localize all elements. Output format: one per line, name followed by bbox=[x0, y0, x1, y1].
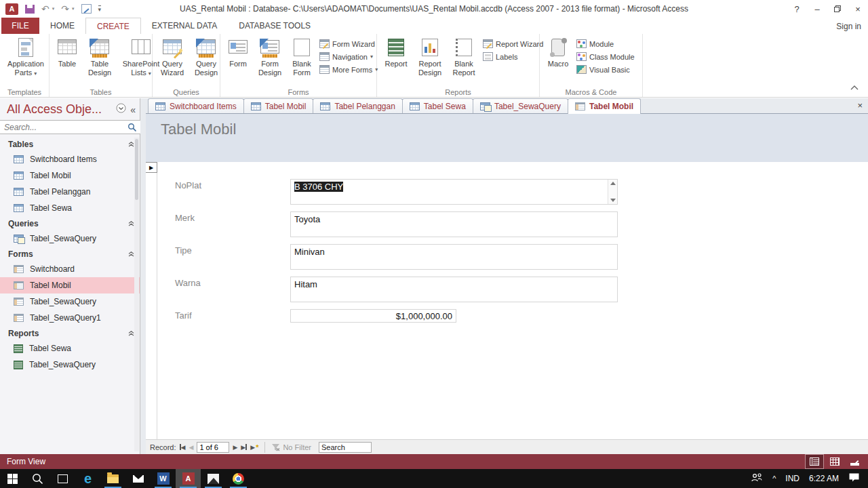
tab-create[interactable]: CREATE bbox=[85, 18, 141, 34]
module-button[interactable]: Module bbox=[576, 39, 635, 48]
nav-pane-scrollbar[interactable] bbox=[134, 138, 139, 451]
clock[interactable]: 6:22 AM bbox=[809, 474, 839, 483]
report-wizard-button[interactable]: Report Wizard bbox=[483, 39, 543, 48]
doc-tab-tabel-sewaquery[interactable]: Tabel_SewaQuery bbox=[473, 98, 568, 113]
record-search-input[interactable] bbox=[319, 442, 372, 453]
more-forms-button[interactable]: More Forms ▾ bbox=[319, 65, 378, 74]
nav-item-tabel-sewaquery-form[interactable]: Tabel_SewaQuery bbox=[0, 293, 140, 310]
minimize-button[interactable]: – bbox=[807, 0, 827, 18]
nav-item-tabel-sewaquery1-form[interactable]: Tabel_SewaQuery1 bbox=[0, 310, 140, 326]
save-icon[interactable] bbox=[25, 5, 35, 14]
nav-item-tabel-pelanggan[interactable]: Tabel Pelanggan bbox=[0, 184, 140, 200]
scroll-up-icon[interactable] bbox=[610, 182, 616, 185]
report-design-button[interactable]: Report Design bbox=[412, 36, 448, 77]
field-tarif[interactable]: $1,000,000.00 bbox=[290, 309, 456, 323]
nav-section-queries[interactable]: Queries bbox=[0, 216, 140, 230]
next-record-button[interactable]: ▶ bbox=[233, 444, 237, 451]
nav-item-switchboard-items[interactable]: Switchboard Items bbox=[0, 151, 140, 167]
customize-qat-icon[interactable]: ▾ bbox=[98, 5, 102, 13]
people-button[interactable] bbox=[751, 473, 763, 485]
application-parts-button[interactable]: Application Parts ▾ bbox=[3, 36, 49, 77]
field-merk[interactable]: Toyota bbox=[290, 211, 618, 237]
previous-record-button[interactable]: ◀ bbox=[189, 444, 193, 451]
collapse-section-icon[interactable] bbox=[128, 251, 134, 257]
nav-section-tables[interactable]: Tables bbox=[0, 137, 140, 151]
scroll-down-icon[interactable] bbox=[610, 199, 616, 202]
blank-report-button[interactable]: Blank Report bbox=[448, 36, 480, 77]
doc-tab-tabel-sewa[interactable]: Tabel Sewa bbox=[402, 98, 473, 113]
query-design-button[interactable]: Query Design bbox=[189, 36, 223, 77]
new-record-button[interactable]: ▶* bbox=[250, 443, 258, 451]
nav-item-tabel-mobil-table[interactable]: Tabel Mobil bbox=[0, 167, 140, 184]
form-button[interactable]: Form bbox=[223, 36, 253, 69]
taskbar-access[interactable] bbox=[176, 469, 201, 488]
record-position-input[interactable] bbox=[197, 442, 229, 453]
visual-basic-button[interactable]: Visual Basic bbox=[576, 65, 635, 74]
touch-mode-icon[interactable] bbox=[81, 4, 92, 14]
doc-tab-tabel-pelanggan[interactable]: Tabel Pelanggan bbox=[313, 98, 402, 113]
collapse-section-icon[interactable] bbox=[128, 331, 134, 336]
nav-pane-title[interactable]: All Access Obje... bbox=[7, 102, 116, 117]
nav-section-reports[interactable]: Reports bbox=[0, 326, 140, 340]
shutter-bar-close-icon[interactable]: « bbox=[130, 104, 136, 115]
query-wizard-button[interactable]: Query Wizard bbox=[155, 36, 189, 77]
doc-tab-switchboard-items[interactable]: Switchboard Items bbox=[148, 98, 244, 113]
nav-item-tabel-sewaquery-report[interactable]: Tabel_SewaQuery bbox=[0, 357, 140, 373]
search-icon[interactable] bbox=[127, 123, 137, 135]
taskbar-edge[interactable] bbox=[75, 469, 100, 488]
form-design-button[interactable]: Form Design bbox=[253, 36, 287, 77]
taskbar-photos[interactable] bbox=[201, 469, 226, 488]
field-tipe[interactable]: Minivan bbox=[290, 244, 618, 270]
labels-button[interactable]: Labels bbox=[483, 52, 543, 61]
first-record-button[interactable]: ◀ bbox=[180, 444, 186, 451]
doc-tab-tabel-mobil-form[interactable]: Tabel Mobil bbox=[568, 98, 641, 114]
action-center-button[interactable] bbox=[848, 472, 860, 485]
taskbar-chrome[interactable] bbox=[226, 469, 251, 488]
collapse-section-icon[interactable] bbox=[128, 142, 134, 147]
tab-external-data[interactable]: EXTERNAL DATA bbox=[141, 18, 228, 34]
task-view-button[interactable] bbox=[50, 469, 75, 488]
no-filter-button[interactable]: No Filter bbox=[271, 443, 311, 451]
nav-section-forms[interactable]: Forms bbox=[0, 247, 140, 261]
design-view-button[interactable] bbox=[846, 455, 864, 468]
record-selector-bar[interactable]: ▶ bbox=[146, 162, 157, 439]
taskbar-file-explorer[interactable] bbox=[100, 469, 125, 488]
nav-pane-menu-icon[interactable] bbox=[116, 103, 126, 116]
doc-tab-tabel-mobil-table[interactable]: Tabel Mobil bbox=[243, 98, 314, 113]
sign-in-link[interactable]: Sign in bbox=[836, 22, 861, 31]
nav-item-switchboard-form[interactable]: Switchboard bbox=[0, 261, 140, 277]
redo-dropdown-icon[interactable]: ▾ bbox=[72, 6, 75, 12]
nav-item-tabel-sewaquery-query[interactable]: Tabel_SewaQuery bbox=[0, 230, 140, 247]
undo-dropdown-icon[interactable]: ▾ bbox=[52, 6, 55, 12]
close-document-icon[interactable]: × bbox=[857, 100, 863, 110]
collapse-section-icon[interactable] bbox=[128, 221, 134, 226]
nav-item-tabel-mobil-form[interactable]: Tabel Mobil bbox=[0, 277, 140, 293]
navigation-button[interactable]: Navigation ▾ bbox=[319, 52, 378, 61]
redo-icon[interactable]: ↷ bbox=[61, 4, 69, 14]
field-noplat[interactable]: B 3706 CHY bbox=[290, 179, 618, 205]
table-design-button[interactable]: Table Design bbox=[82, 36, 117, 77]
taskbar-mail[interactable] bbox=[125, 469, 151, 488]
nav-search-input[interactable] bbox=[0, 120, 140, 134]
taskbar-search-button[interactable] bbox=[25, 469, 50, 488]
close-button[interactable]: × bbox=[848, 0, 868, 18]
undo-icon[interactable]: ↶ bbox=[41, 4, 50, 14]
tab-file[interactable]: FILE bbox=[1, 18, 39, 34]
report-button[interactable]: Report bbox=[380, 36, 412, 69]
start-button[interactable] bbox=[0, 469, 25, 488]
table-button[interactable]: Table bbox=[52, 36, 82, 69]
taskbar-word[interactable] bbox=[151, 469, 176, 488]
class-module-button[interactable]: Class Module bbox=[576, 52, 635, 61]
last-record-button[interactable]: ▶ bbox=[241, 444, 247, 451]
field-scrollbar[interactable] bbox=[608, 180, 617, 204]
form-view-button[interactable] bbox=[806, 455, 823, 468]
language-indicator[interactable]: IND bbox=[785, 474, 800, 483]
blank-form-button[interactable]: Blank Form bbox=[287, 36, 317, 77]
tab-database-tools[interactable]: DATABASE TOOLS bbox=[228, 18, 321, 34]
show-hidden-icons-button[interactable]: ^ bbox=[772, 474, 776, 483]
nav-item-tabel-sewa-table[interactable]: Tabel Sewa bbox=[0, 200, 140, 216]
tab-home[interactable]: HOME bbox=[39, 18, 85, 34]
nav-item-tabel-sewa-report[interactable]: Tabel Sewa bbox=[0, 340, 140, 357]
datasheet-view-button[interactable] bbox=[826, 455, 844, 468]
help-button[interactable]: ? bbox=[787, 0, 807, 18]
